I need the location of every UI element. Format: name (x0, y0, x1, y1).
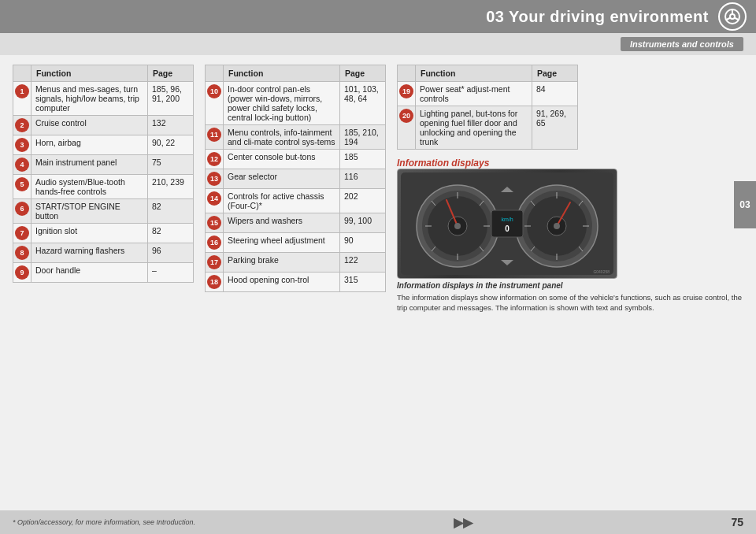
circle-number: 3 (15, 138, 29, 152)
svg-point-1 (730, 14, 735, 19)
row-page: 90, 22 (148, 135, 194, 155)
table3-col-page: Page (532, 65, 578, 82)
table-row: 15 Wipers and washers 99, 100 (206, 213, 386, 233)
circle-number: 11 (207, 128, 221, 142)
row-function: Center console but-tons (224, 150, 340, 169)
table3: Function Page 19 Power seat* adjust-ment… (397, 65, 578, 150)
table-row: 17 Parking brake 122 (206, 253, 386, 273)
section-label: Instruments and controls (621, 37, 743, 51)
row-function: Steering wheel adjustment (224, 233, 340, 253)
page-header: 03 Your driving environment (0, 0, 756, 33)
circle-number: 8 (15, 246, 29, 260)
row-num-cell: 5 (13, 175, 32, 199)
steering-wheel-icon (718, 2, 747, 31)
table2-section: Function Page 10 In-door control pan-els… (205, 65, 386, 504)
svg-point-19 (454, 223, 461, 229)
row-page: 202 (340, 189, 386, 213)
row-num-cell: 6 (13, 199, 32, 224)
row-function: Horn, airbag (32, 135, 148, 155)
table1-section: Function Page 1 Menus and mes-sages, tur… (13, 65, 194, 504)
svg-point-33 (554, 223, 560, 229)
table-row: 4 Main instrument panel 75 (13, 155, 194, 175)
row-function: Menus and mes-sages, turn signals, high/… (32, 82, 148, 116)
row-page: 116 (340, 169, 386, 189)
row-num-cell: 3 (13, 135, 32, 155)
circle-number: 14 (207, 191, 221, 206)
row-num-cell: 1 (13, 82, 32, 116)
row-num-cell: 20 (398, 106, 416, 150)
table-row: 5 Audio system/Blue-tooth hands-free con… (13, 175, 194, 199)
row-function: Parking brake (224, 253, 340, 273)
table2-col-page: Page (340, 65, 386, 82)
row-page: 96 (148, 243, 194, 263)
row-page: 82 (148, 224, 194, 243)
row-page: 91, 269, 65 (532, 106, 578, 150)
row-page: 75 (148, 155, 194, 175)
image-caption: Information displays in the instrument p… (397, 281, 743, 290)
row-function: Hazard warning flashers (32, 243, 148, 263)
row-function: START/STOP ENGINE button (32, 199, 148, 224)
circle-number: 12 (207, 152, 221, 166)
circle-number: 10 (207, 84, 221, 98)
table-row: 2 Cruise control 132 (13, 116, 194, 135)
row-page: 315 (340, 273, 386, 292)
row-function: Hood opening con-trol (224, 273, 340, 292)
svg-line-3 (727, 18, 731, 20)
circle-number: 13 (207, 172, 221, 186)
main-content: Function Page 1 Menus and mes-sages, tur… (0, 55, 756, 510)
table-row: 3 Horn, airbag 90, 22 (13, 135, 194, 155)
page-title: 03 Your driving environment (486, 8, 709, 26)
table1-col-page: Page (148, 65, 194, 82)
table-row: 6 START/STOP ENGINE button 82 (13, 199, 194, 224)
circle-number: 4 (15, 158, 29, 172)
row-function: Gear selector (224, 169, 340, 189)
table-row: 13 Gear selector 116 (206, 169, 386, 189)
row-page: 132 (148, 116, 194, 135)
table2: Function Page 10 In-door control pan-els… (205, 65, 386, 292)
info-displays-section: Information displays (397, 158, 743, 313)
row-num-cell: 7 (13, 224, 32, 243)
table-row: 1 Menus and mes-sages, turn signals, hig… (13, 82, 194, 116)
row-page: 84 (532, 82, 578, 106)
row-function: Power seat* adjust-ment controls (416, 82, 532, 106)
row-page: 101, 103, 48, 64 (340, 82, 386, 125)
image-caption-sub: The information displays show informatio… (397, 292, 743, 313)
table3-col-num (398, 65, 416, 82)
row-num-cell: 19 (398, 82, 416, 106)
row-num-cell: 11 (206, 125, 224, 150)
row-function: Lighting panel, but-tons for opening fue… (416, 106, 532, 150)
row-num-cell: 4 (13, 155, 32, 175)
table-row: 9 Door handle – (13, 263, 194, 283)
row-num-cell: 9 (13, 263, 32, 283)
next-arrow-icon[interactable]: ▶▶ (454, 515, 472, 530)
chapter-marker: 03 (734, 181, 756, 228)
row-page: – (148, 263, 194, 283)
row-page: 122 (340, 253, 386, 273)
table-row: 12 Center console but-tons 185 (206, 150, 386, 169)
svg-text:0: 0 (505, 224, 510, 233)
row-function: Door handle (32, 263, 148, 283)
row-function: Controls for active chassis (Four-C)* (224, 189, 340, 213)
table-row: 14 Controls for active chassis (Four-C)*… (206, 189, 386, 213)
table-row: 16 Steering wheel adjustment 90 (206, 233, 386, 253)
section-bar: Instruments and controls (0, 33, 756, 55)
row-page: 99, 100 (340, 213, 386, 233)
row-num-cell: 8 (13, 243, 32, 263)
right-section: Function Page 19 Power seat* adjust-ment… (397, 65, 743, 504)
table3-col-function: Function (416, 65, 532, 82)
svg-text:km/h: km/h (501, 217, 513, 222)
circle-number: 16 (207, 235, 221, 250)
circle-number: 20 (399, 109, 413, 123)
circle-number: 7 (15, 226, 29, 240)
row-page: 210, 239 (148, 175, 194, 199)
svg-line-4 (735, 18, 739, 20)
row-function: Main instrument panel (32, 155, 148, 175)
row-page: 90 (340, 233, 386, 253)
footer-note: * Option/accessory, for more information… (13, 518, 195, 526)
row-num-cell: 12 (206, 150, 224, 169)
row-num-cell: 2 (13, 116, 32, 135)
table-row: 18 Hood opening con-trol 315 (206, 273, 386, 292)
circle-number: 18 (207, 275, 221, 289)
table3-section: Function Page 19 Power seat* adjust-ment… (397, 65, 743, 150)
row-num-cell: 14 (206, 189, 224, 213)
